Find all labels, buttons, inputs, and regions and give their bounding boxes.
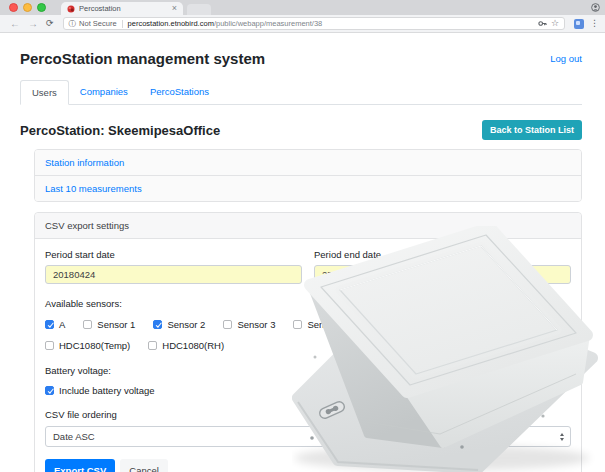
window-zoom-button[interactable] bbox=[37, 3, 46, 12]
password-key-icon[interactable] bbox=[538, 19, 547, 28]
address-bar[interactable]: ⓘ Not Secure percostation.etnobird.com /… bbox=[63, 17, 565, 30]
site-favicon-icon bbox=[67, 5, 75, 13]
sensor-1-checkbox[interactable]: Sensor 1 bbox=[83, 319, 135, 330]
tab-title: Percostation bbox=[79, 4, 172, 13]
station-heading: PercoStation: SkeemipesaOffice bbox=[20, 123, 220, 138]
back-to-station-list-button[interactable]: Back to Station List bbox=[482, 120, 582, 140]
csv-ordering-select[interactable]: Date ASC bbox=[45, 426, 571, 447]
new-tab-button[interactable] bbox=[187, 4, 211, 15]
browser-tab[interactable]: Percostation × bbox=[61, 2, 183, 15]
sensor-4-checkbox[interactable]: Sensor 4 bbox=[293, 319, 345, 330]
sensor-a-checkbox[interactable]: A bbox=[45, 319, 65, 330]
page-content: PercoStation management system Log out U… bbox=[0, 33, 605, 472]
period-end-input[interactable] bbox=[314, 265, 571, 284]
cancel-button[interactable]: Cancel bbox=[120, 459, 168, 472]
checkbox-icon[interactable] bbox=[45, 320, 54, 329]
sensor-2-checkbox[interactable]: Sensor 2 bbox=[153, 319, 205, 330]
period-start-label: Period start date bbox=[45, 249, 302, 260]
station-accordion: Station information Last 10 measurements bbox=[34, 149, 582, 202]
csv-file-ordering-label: CSV file ordering bbox=[45, 409, 571, 420]
page-title: PercoStation management system bbox=[20, 50, 265, 67]
csv-ordering-value: Date ASC bbox=[53, 431, 95, 442]
available-sensors-label: Available sensors: bbox=[45, 298, 571, 309]
url-domain: percostation.etnobird.com bbox=[128, 19, 214, 28]
main-nav-tabs: Users Companies PercoStations bbox=[20, 80, 582, 105]
period-end-label: Period end date bbox=[314, 249, 571, 260]
logout-link[interactable]: Log out bbox=[550, 53, 582, 64]
tab-users[interactable]: Users bbox=[20, 80, 69, 105]
export-csv-button[interactable]: Export CSV bbox=[45, 459, 115, 472]
checkbox-icon[interactable] bbox=[293, 320, 302, 329]
chrome-menu-icon[interactable]: ⋮ bbox=[590, 19, 599, 28]
period-start-input[interactable] bbox=[45, 265, 302, 284]
profile-icon[interactable] bbox=[591, 3, 600, 12]
battery-voltage-label: Battery voltage: bbox=[45, 365, 571, 376]
url-path: /public/webapp/measurement/38 bbox=[214, 19, 322, 28]
checkbox-icon[interactable] bbox=[45, 386, 54, 395]
window-close-button[interactable] bbox=[9, 3, 18, 12]
accordion-station-information[interactable]: Station information bbox=[35, 150, 581, 175]
include-battery-voltage-checkbox[interactable]: Include battery voltage bbox=[45, 385, 155, 396]
tab-percostations[interactable]: PercoStations bbox=[139, 80, 220, 104]
window-controls bbox=[0, 0, 55, 15]
back-icon[interactable]: ← bbox=[10, 19, 20, 29]
browser-window: Percostation × ← → ⟳ ⓘ Not Secure percos… bbox=[0, 0, 605, 472]
checkbox-icon[interactable] bbox=[153, 320, 162, 329]
bookmark-star-icon[interactable]: ☆ bbox=[551, 19, 559, 28]
accordion-last-10-measurements[interactable]: Last 10 measurements bbox=[35, 175, 581, 201]
omnibox-divider bbox=[122, 20, 123, 28]
browser-tab-strip: Percostation × bbox=[0, 0, 605, 15]
checkbox-icon[interactable] bbox=[45, 341, 54, 350]
page-info-icon[interactable]: ⓘ bbox=[69, 19, 77, 29]
hdc1080-rh-checkbox[interactable]: HDC1080(RH) bbox=[148, 340, 224, 351]
extension-icon[interactable] bbox=[574, 19, 584, 29]
select-stepper-icon bbox=[560, 433, 564, 441]
window-minimize-button[interactable] bbox=[23, 3, 32, 12]
checkbox-icon[interactable] bbox=[83, 320, 92, 329]
hdc1080-temp-checkbox[interactable]: HDC1080(Temp) bbox=[45, 340, 130, 351]
browser-toolbar: ← → ⟳ ⓘ Not Secure percostation.etnobird… bbox=[0, 15, 605, 33]
security-label: Not Secure bbox=[79, 19, 117, 28]
checkbox-icon[interactable] bbox=[148, 341, 157, 350]
forward-icon[interactable]: → bbox=[28, 19, 38, 29]
reload-icon[interactable]: ⟳ bbox=[46, 19, 54, 28]
csv-export-panel: CSV export settings Period start date Pe… bbox=[34, 212, 582, 472]
sensor-3-checkbox[interactable]: Sensor 3 bbox=[223, 319, 275, 330]
csv-panel-title: CSV export settings bbox=[35, 213, 581, 239]
checkbox-icon[interactable] bbox=[223, 320, 232, 329]
tab-close-icon[interactable]: × bbox=[172, 4, 177, 13]
tab-companies[interactable]: Companies bbox=[69, 80, 139, 104]
